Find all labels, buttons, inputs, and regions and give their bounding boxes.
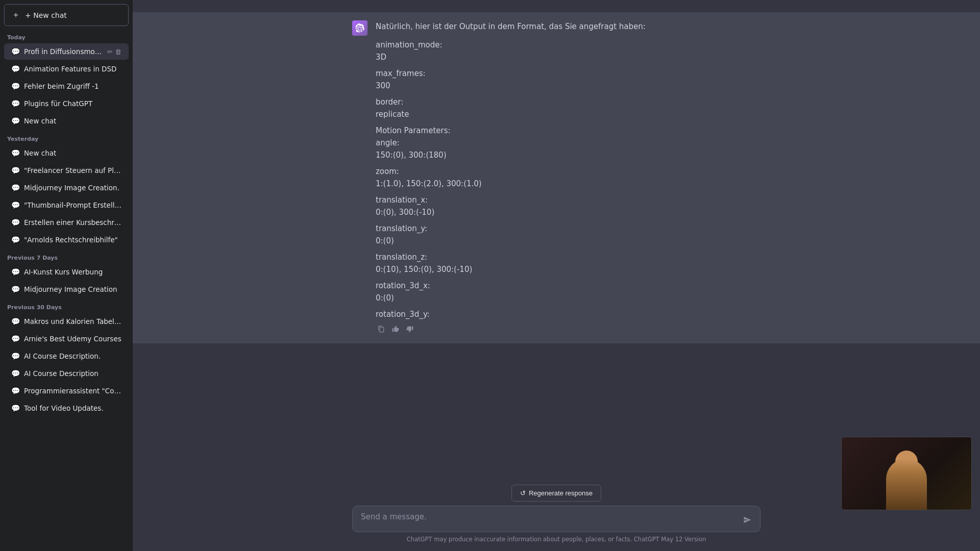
chat-label: Arnie's Best Udemy Courses bbox=[24, 335, 121, 343]
message-content: Natürlich, hier ist der Output in dem Fo… bbox=[376, 20, 761, 335]
chat-label: AI-Kunst Kurs Werbung bbox=[24, 268, 121, 276]
param-value: 0:(0) bbox=[376, 292, 761, 304]
chat-label: AI Course Description. bbox=[24, 352, 121, 360]
chat-label: "Arnolds Rechtschreibhilfe" bbox=[24, 236, 121, 244]
chat-area: Natürlich, hier ist der Output in dem Fo… bbox=[133, 0, 980, 479]
chat-label: "Thumbnail-Prompt Erstellun... bbox=[24, 201, 121, 209]
chat-item-freelancer-steuern[interactable]: 💬 "Freelancer Steuern auf Plattf... bbox=[4, 162, 129, 179]
chat-icon: 💬 bbox=[11, 335, 20, 343]
chat-label: Programmierassistent "CodeC... bbox=[24, 387, 121, 395]
sidebar: ＋ + New chat Today 💬 Profi in Diffusions… bbox=[0, 0, 133, 551]
new-chat-label: + New chat bbox=[25, 11, 67, 19]
param-value: 1:(1.0), 150:(2.0), 300:(1.0) bbox=[376, 178, 761, 190]
chat-item-new-chat-yesterday[interactable]: 💬 New chat bbox=[4, 145, 129, 161]
param-key: zoom: bbox=[376, 165, 761, 178]
chat-item-ai-course-desc1[interactable]: 💬 AI Course Description. bbox=[4, 348, 129, 364]
copy-button[interactable] bbox=[376, 324, 387, 335]
param-key: translation_x: bbox=[376, 194, 761, 206]
chat-icon: 💬 bbox=[11, 99, 20, 108]
chat-item-midjourney-image[interactable]: 💬 Midjourney Image Creation. bbox=[4, 180, 129, 196]
chat-item-plugins-chatgpt[interactable]: 💬 Plugins für ChatGPT bbox=[4, 95, 129, 112]
param-value: 0:(10), 150:(0), 300:(-10) bbox=[376, 263, 761, 276]
param-key: border: bbox=[376, 96, 761, 108]
section-yesterday: Yesterday bbox=[0, 132, 133, 144]
thumbs-up-button[interactable] bbox=[390, 324, 401, 335]
param-key: rotation_3d_y: bbox=[376, 308, 761, 320]
chat-item-ai-course-desc2[interactable]: 💬 AI Course Description bbox=[4, 365, 129, 382]
chat-icon: 💬 bbox=[11, 166, 20, 174]
disclaimer-text: ChatGPT may produce inaccurate informati… bbox=[352, 534, 761, 547]
params-container: animation_mode:3Dmax_frames:300border:re… bbox=[376, 39, 761, 320]
param-value: replicate bbox=[376, 108, 761, 120]
edit-icon[interactable]: ✏️ bbox=[107, 48, 113, 56]
chat-label: "Freelancer Steuern auf Plattf... bbox=[24, 166, 121, 174]
chat-item-arnies-udemy[interactable]: 💬 Arnie's Best Udemy Courses bbox=[4, 331, 129, 347]
param-value: 300 bbox=[376, 80, 761, 92]
section-prev7days: Previous 7 Days bbox=[0, 251, 133, 263]
chat-item-erstellen-kursbeschreib[interactable]: 💬 Erstellen einer Kursbeschreib... bbox=[4, 214, 129, 231]
section-today: Today bbox=[0, 30, 133, 43]
chat-icon: 💬 bbox=[11, 218, 20, 227]
chat-label: Makros und Kalorien Tabelle... bbox=[24, 317, 121, 325]
chat-icon: 💬 bbox=[11, 117, 20, 125]
chat-label: Midjourney Image Creation bbox=[24, 285, 121, 293]
chat-item-programmierassist[interactable]: 💬 Programmierassistent "CodeC... bbox=[4, 383, 129, 399]
chat-item-tool-video[interactable]: 💬 Tool for Video Updates. bbox=[4, 400, 129, 416]
video-inner bbox=[842, 437, 971, 510]
delete-icon[interactable]: 🗑 bbox=[115, 48, 121, 56]
param-key: Motion Parameters: bbox=[376, 124, 761, 137]
chat-item-thumbnail-prompt[interactable]: 💬 "Thumbnail-Prompt Erstellun... bbox=[4, 197, 129, 213]
send-button[interactable] bbox=[740, 515, 754, 528]
avatar bbox=[352, 20, 368, 36]
param-key: translation_y: bbox=[376, 222, 761, 235]
param-key: rotation_3d_x: bbox=[376, 280, 761, 292]
chat-label: Tool for Video Updates. bbox=[24, 404, 121, 412]
new-chat-button[interactable]: ＋ + New chat bbox=[4, 4, 129, 26]
message-actions bbox=[376, 324, 761, 335]
chat-label: Midjourney Image Creation. bbox=[24, 184, 121, 192]
regen-icon: ↺ bbox=[520, 489, 526, 497]
chat-label: Plugins für ChatGPT bbox=[24, 99, 121, 108]
plus-icon: ＋ bbox=[12, 10, 20, 20]
video-overlay bbox=[841, 437, 972, 510]
chat-item-arnolds-rechtschreib[interactable]: 💬 "Arnolds Rechtschreibhilfe" bbox=[4, 232, 129, 248]
input-wrapper bbox=[352, 506, 761, 534]
param-key: max_frames: bbox=[376, 67, 761, 80]
chat-icon: 💬 bbox=[11, 268, 20, 276]
chat-item-animation-features[interactable]: 💬 Animation Features in DSD bbox=[4, 61, 129, 77]
chat-icon: 💬 bbox=[11, 47, 20, 56]
regenerate-button[interactable]: ↺ Regenerate response bbox=[511, 485, 601, 502]
assistant-message-row: Natürlich, hier ist der Output in dem Fo… bbox=[133, 12, 980, 343]
param-value: 150:(0), 300:(180) bbox=[376, 149, 761, 161]
section-prev30days: Previous 30 Days bbox=[0, 300, 133, 313]
thumbs-down-button[interactable] bbox=[404, 324, 415, 335]
chat-item-ai-kunst-kurs[interactable]: 💬 AI-Kunst Kurs Werbung bbox=[4, 264, 129, 280]
chat-item-fehler-zugriff[interactable]: 💬 Fehler beim Zugriff -1 bbox=[4, 78, 129, 94]
param-key: angle: bbox=[376, 137, 761, 149]
chat-label: Profi in Diffusionsmode bbox=[24, 47, 103, 56]
chat-item-midjourney-image2[interactable]: 💬 Midjourney Image Creation bbox=[4, 281, 129, 297]
chat-label: New chat bbox=[24, 117, 121, 125]
assistant-intro-text: Natürlich, hier ist der Output in dem Fo… bbox=[376, 20, 761, 33]
person-body-shape bbox=[886, 459, 927, 510]
chat-icon: 💬 bbox=[11, 82, 20, 90]
param-value: 0:(0), 300:(-10) bbox=[376, 206, 761, 218]
chat-item-makros-kalorien[interactable]: 💬 Makros und Kalorien Tabelle... bbox=[4, 313, 129, 330]
chat-item-profi-diffusion[interactable]: 💬 Profi in Diffusionsmode ✏️ 🗑 bbox=[4, 43, 129, 60]
chat-label: AI Course Description bbox=[24, 369, 121, 378]
chat-icon: 💬 bbox=[11, 201, 20, 209]
chat-icon: 💬 bbox=[11, 184, 20, 192]
chat-item-new-chat-today[interactable]: 💬 New chat bbox=[4, 113, 129, 129]
regen-label: Regenerate response bbox=[529, 489, 593, 497]
param-key: translation_z: bbox=[376, 251, 761, 263]
param-key: animation_mode: bbox=[376, 39, 761, 51]
chat-icon: 💬 bbox=[11, 65, 20, 73]
chat-icon: 💬 bbox=[11, 352, 20, 360]
chat-icon: 💬 bbox=[11, 387, 20, 395]
chat-item-actions: ✏️ 🗑 bbox=[107, 48, 121, 56]
chat-icon: 💬 bbox=[11, 369, 20, 378]
chat-icon: 💬 bbox=[11, 236, 20, 244]
chat-icon: 💬 bbox=[11, 285, 20, 293]
chat-label: New chat bbox=[24, 149, 121, 157]
message-input[interactable] bbox=[352, 506, 761, 532]
